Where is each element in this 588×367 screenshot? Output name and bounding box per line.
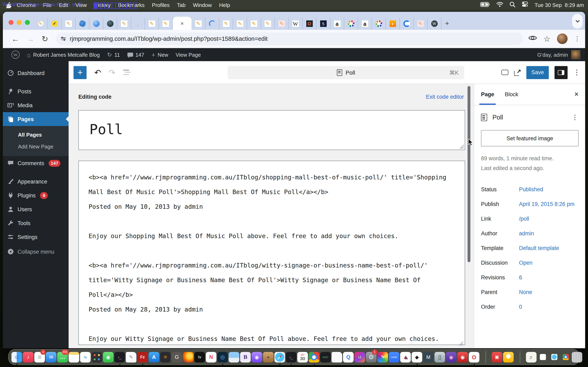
dock-item[interactable] [285,349,297,365]
discussion-value[interactable]: Open [519,259,532,267]
editor-options-menu-icon[interactable]: ⋮ [573,68,580,77]
post-title-textarea[interactable]: Poll [78,110,465,150]
dock-item[interactable] [137,349,148,365]
dock-item[interactable] [68,349,80,365]
browser-tab[interactable] [131,17,145,30]
dock-item[interactable] [560,349,571,365]
browser-tab[interactable] [219,17,233,30]
browser-tab[interactable] [316,17,330,30]
tab-page[interactable]: Page [481,84,494,105]
back-button[interactable]: ← [11,35,19,43]
site-settings-icon[interactable] [61,38,66,40]
view-page-external-button[interactable] [514,69,521,76]
close-window-button[interactable] [9,20,13,25]
sidebar-item-dashboard[interactable]: Dashboard [3,66,69,80]
url-text[interactable]: rjmprogramming.com.au/ITblog/wp-admin/po… [70,35,268,42]
dock-item[interactable] [251,349,263,365]
account-greeting[interactable]: G'day, admin [537,52,568,58]
new-content-menu[interactable]: +New [148,51,172,58]
browser-tab[interactable] [103,17,117,30]
browser-tab[interactable] [275,17,289,30]
control-center-icon[interactable] [522,2,528,8]
save-button[interactable]: Save [526,66,549,79]
resize-handle[interactable] [460,145,464,149]
minimize-window-button[interactable] [17,20,22,25]
settings-panel-toggle-button[interactable] [554,66,568,79]
battery-icon[interactable] [480,2,490,8]
dock-item[interactable] [263,349,274,365]
dock-item[interactable] [148,349,160,365]
publish-date-value[interactable]: April 19, 2015 8:26 pm [519,200,575,208]
browser-tab[interactable] [233,17,247,30]
browser-tab[interactable] [89,17,103,30]
command-center-field[interactable]: Poll ⌘K [228,66,464,79]
reload-button[interactable]: ↻ [42,35,48,43]
menu-window[interactable]: Window [189,2,216,8]
dock-item[interactable] [22,349,34,365]
page-actions-menu-icon[interactable]: ⋮ [572,113,578,121]
parent-value[interactable]: None [519,288,532,296]
dock-item[interactable] [171,349,182,365]
active-tab[interactable]: × [173,17,191,30]
dock-item[interactable] [91,349,103,365]
editor-scrollbar-thumb[interactable] [467,86,470,262]
sidebar-item-users[interactable]: Users [3,202,69,216]
link-value[interactable]: /poll [519,215,529,223]
browser-tab[interactable] [48,17,62,30]
sidebar-item-tools[interactable]: Tools [3,216,69,230]
dock-item[interactable] [468,349,480,365]
browser-tab[interactable] [191,17,205,30]
redo-button[interactable]: ↷ [109,67,116,77]
dock-item[interactable] [434,349,445,365]
browser-tab[interactable] [358,17,372,30]
dock-item[interactable] [491,349,503,365]
browser-tab[interactable] [400,17,414,30]
dock-item[interactable]: 201 [57,349,68,365]
browser-tab[interactable] [386,17,400,30]
updates-menu[interactable]: ↻11 [104,51,123,58]
profile-avatar[interactable] [557,33,568,44]
bookmark-star-icon[interactable]: ☆ [544,34,550,43]
dock-item[interactable] [388,349,400,365]
menu-bar-clock[interactable]: Tue 30 Sep 8:29 am [535,2,584,8]
dock-item[interactable] [205,349,217,365]
dock-item[interactable] [114,349,125,365]
sidebar-item-comments[interactable]: Comments 147 [3,156,69,170]
dock-item[interactable] [194,349,205,365]
dock-item[interactable] [217,349,228,365]
dock-item[interactable]: 1 [365,349,377,365]
site-name-menu[interactable]: ⌂Robert James Metcalfe Blog [23,51,104,58]
admin-avatar[interactable] [571,50,580,59]
browser-tab[interactable] [428,17,441,30]
sidebar-item-media[interactable]: Media [3,98,69,112]
dock-item[interactable] [537,349,548,365]
browser-tab[interactable] [159,17,173,30]
close-panel-icon[interactable]: × [574,90,579,99]
preview-device-button[interactable] [502,70,508,75]
dock-item[interactable] [423,349,434,365]
browser-tab[interactable] [414,17,428,30]
tab-search-button[interactable] [572,14,583,29]
dock-item[interactable] [445,349,457,365]
wp-logo-menu[interactable]: W [8,50,23,59]
dock-item[interactable] [125,349,137,365]
post-content-textarea[interactable]: <b><a href='//www.rjmprogramming.com.au/… [78,161,465,345]
sidebar-item-appearance[interactable]: Appearance [3,175,69,188]
zoom-window-button[interactable] [25,20,30,25]
submenu-add-new-page[interactable]: Add New Page [3,141,69,152]
browser-tab[interactable] [145,17,159,30]
browser-tab[interactable] [261,17,275,30]
submenu-all-pages[interactable]: All Pages [3,129,69,141]
close-tab-icon[interactable]: × [181,20,183,26]
tab-block[interactable]: Block [505,84,518,105]
browser-tab[interactable] [76,17,89,30]
dock-item[interactable] [503,349,514,365]
dock-item[interactable]: 3 [34,349,45,365]
dock-item[interactable] [343,349,354,365]
forward-button[interactable]: → [26,35,34,43]
dock-item[interactable] [45,349,57,365]
sidebar-collapse-menu[interactable]: Collapse menu [3,245,69,259]
menu-profiles[interactable]: Profiles [148,2,173,8]
set-featured-image-button[interactable]: Set featured image [481,130,579,146]
menu-help[interactable]: Help [215,2,234,8]
